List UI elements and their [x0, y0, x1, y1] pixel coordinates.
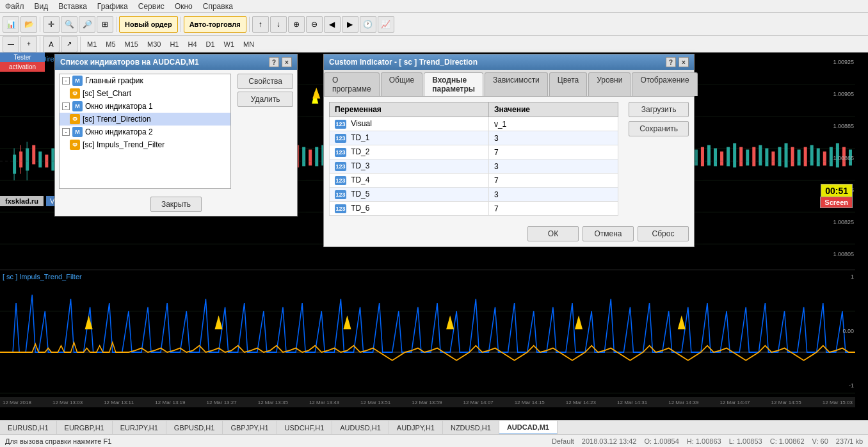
menu-insert[interactable]: Вставка: [58, 2, 87, 11]
zoom-in-btn[interactable]: 🔍: [61, 16, 77, 33]
tab-gbpjpy[interactable]: GBPJPY,H1: [223, 421, 277, 435]
tab-colors[interactable]: Цвета: [549, 72, 587, 96]
tab-usdchf[interactable]: USDCHF,H1: [277, 421, 333, 435]
svg-rect-131: [778, 147, 781, 167]
text-tool[interactable]: A: [43, 36, 60, 53]
scroll-right-btn[interactable]: ▶: [342, 16, 358, 33]
ci-close-btn[interactable]: ×: [679, 57, 689, 67]
scroll-left-btn[interactable]: ◀: [324, 16, 341, 33]
indicator-tree[interactable]: - М Главный график Ф [sc] Set_Chart - М …: [59, 74, 231, 189]
fxsklad-label[interactable]: fxsklad.ru: [0, 196, 44, 206]
tf-m5[interactable]: M5: [102, 37, 119, 51]
param-value-td5[interactable]: 3: [488, 188, 618, 202]
param-value-td2[interactable]: 7: [488, 145, 618, 159]
tab-display[interactable]: Отображение: [632, 72, 697, 96]
expand-window2[interactable]: -: [62, 128, 70, 136]
tab-general[interactable]: Общие: [381, 72, 422, 96]
tab-eurusd[interactable]: EURUSD,H1: [0, 421, 57, 435]
magnifier2-btn[interactable]: ⊖: [306, 16, 323, 33]
chart-down-btn[interactable]: ↓: [270, 16, 287, 33]
ci-bottom-buttons: ОК Отмена Сброс: [324, 221, 694, 247]
param-row-visual[interactable]: 123 Visual v_1: [330, 117, 618, 131]
menu-window[interactable]: Окно: [175, 2, 193, 11]
arrow-tool[interactable]: ↗: [61, 36, 77, 53]
tree-item-window2[interactable]: - М Окно индикатора 2: [60, 126, 230, 138]
chart-up-btn[interactable]: ↑: [252, 16, 269, 33]
param-value-td4[interactable]: 7: [488, 174, 618, 188]
menu-service[interactable]: Сервис: [138, 2, 165, 11]
menu-help[interactable]: Справка: [203, 2, 233, 11]
tab-eurjpy[interactable]: EURJPY,H1: [113, 421, 166, 435]
tf-h1[interactable]: H1: [166, 37, 182, 51]
help-btn[interactable]: ?: [269, 57, 279, 67]
tf-mn[interactable]: MN: [239, 37, 258, 51]
auto-trade-btn[interactable]: Авто-торговля: [184, 16, 246, 33]
tf-m30[interactable]: M30: [143, 37, 165, 51]
tree-item-trend-direction[interactable]: Ф [sc] Trend_Direction: [60, 113, 230, 126]
ci-help-btn[interactable]: ?: [666, 57, 676, 67]
tab-about[interactable]: О программе: [324, 72, 380, 96]
param-row-td4[interactable]: 123 TD_4 7: [330, 174, 618, 188]
clock-btn[interactable]: 🕐: [360, 16, 376, 33]
tab-gbpusd[interactable]: GBPUSD,H1: [166, 421, 223, 435]
cross-tool[interactable]: +: [20, 36, 37, 53]
ok-btn[interactable]: ОК: [527, 226, 579, 241]
tree-item-main-chart[interactable]: - М Главный график: [60, 74, 230, 87]
indicator-list-close-btn[interactable]: Закрыть: [150, 197, 202, 212]
param-row-td3[interactable]: 123 TD_3 3: [330, 159, 618, 174]
load-btn[interactable]: Загрузить: [629, 102, 689, 117]
screen-button[interactable]: Screen: [820, 197, 853, 208]
tree-item-window1[interactable]: - М Окно индикатора 1: [60, 100, 230, 113]
param-variable-td2: 123 TD_2: [330, 145, 489, 159]
new-chart-btn[interactable]: 📊: [3, 16, 19, 33]
menu-graphics[interactable]: Графика: [97, 2, 128, 11]
tab-audjpy[interactable]: AUDJPY,H1: [389, 421, 443, 435]
close-btn[interactable]: ×: [282, 57, 292, 67]
crosshair-btn[interactable]: ✛: [43, 16, 60, 33]
tab-dependencies[interactable]: Зависимости: [485, 72, 548, 96]
tab-eurgbp[interactable]: EURGBP,H1: [57, 421, 113, 435]
tf-h4[interactable]: H4: [184, 37, 200, 51]
properties-btn[interactable]: Свойства: [237, 74, 293, 89]
cancel-btn[interactable]: Отмена: [583, 226, 634, 241]
param-value-td6[interactable]: 7: [488, 202, 618, 216]
tf-w1[interactable]: W1: [220, 37, 239, 51]
param-icon-td3: 123: [335, 162, 346, 171]
param-row-td2[interactable]: 123 TD_2 7: [330, 145, 618, 159]
param-value-td1[interactable]: 3: [488, 131, 618, 145]
expand-window1[interactable]: -: [62, 102, 70, 110]
new-order-btn[interactable]: Новый ордер: [119, 16, 178, 33]
svg-rect-130: [771, 152, 775, 166]
expand-main[interactable]: -: [62, 77, 70, 85]
time-label-0: 12 Mar 2018: [3, 400, 31, 405]
tree-item-set-chart[interactable]: Ф [sc] Set_Chart: [60, 87, 230, 100]
tree-item-impuls[interactable]: Ф [sc] Impuls_Trend_Filter: [60, 138, 230, 151]
chart-type-btn[interactable]: 📈: [378, 16, 394, 33]
zoom-out-btn[interactable]: 🔎: [79, 16, 95, 33]
line-tool[interactable]: —: [3, 36, 19, 53]
param-row-td1[interactable]: 123 TD_1 3: [330, 131, 618, 145]
tab-audcad[interactable]: AUDCAD,M1: [499, 421, 558, 435]
menu-view[interactable]: Вид: [35, 2, 49, 11]
param-row-td6[interactable]: 123 TD_6 7: [330, 202, 618, 216]
delete-btn[interactable]: Удалить: [237, 92, 293, 107]
timer-display: 00:51: [821, 184, 853, 198]
magnifier-btn[interactable]: ⊕: [288, 16, 305, 33]
tab-levels[interactable]: Уровни: [588, 72, 631, 96]
save-btn[interactable]: Сохранить: [629, 121, 689, 136]
tab-input-params[interactable]: Входные параметры: [424, 72, 483, 96]
tf-m15[interactable]: M15: [121, 37, 142, 51]
tf-m1[interactable]: M1: [83, 37, 100, 51]
indicator-list-buttons: Свойства Удалить: [237, 74, 293, 189]
param-row-td5[interactable]: 123 TD_5 3: [330, 188, 618, 202]
param-value-visual[interactable]: v_1: [488, 117, 618, 131]
open-btn[interactable]: 📂: [20, 16, 37, 33]
period-sep-btn[interactable]: ⊞: [97, 16, 113, 33]
tab-nzdusd[interactable]: NZDUSD,H1: [443, 421, 499, 435]
param-value-td3[interactable]: 3: [488, 159, 618, 174]
tf-d1[interactable]: D1: [202, 37, 219, 51]
tab-audusd[interactable]: AUDUSD,H1: [332, 421, 389, 435]
reset-btn[interactable]: Сброс: [638, 226, 689, 241]
bottom-indicator-panel: [ sc ] Impuls_Trend_Filter 1 0.00 -1: [0, 270, 855, 434]
menu-file[interactable]: Файл: [5, 2, 24, 11]
